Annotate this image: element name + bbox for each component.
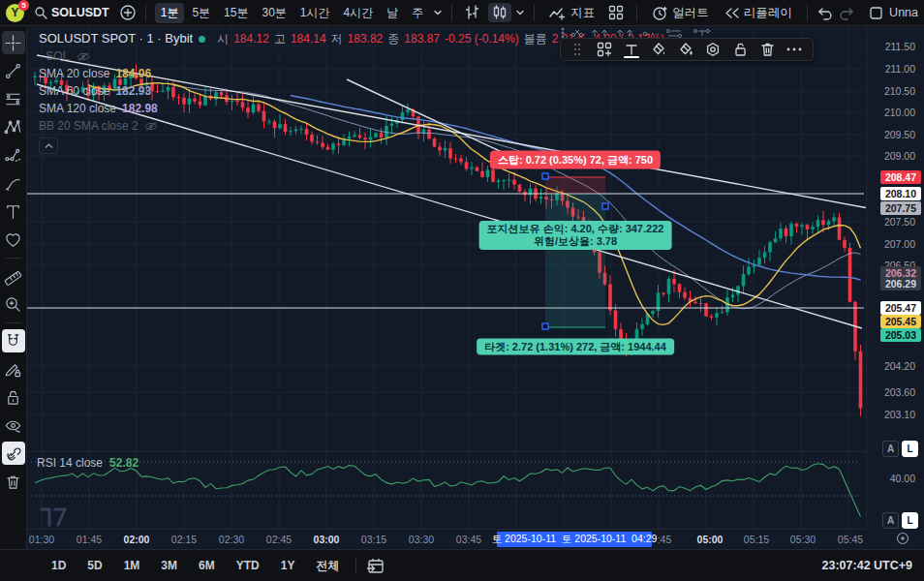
- position-info-label[interactable]: 포지션보유 손익: 4.20, 수량: 347.222 위험/보상율: 3.78: [479, 221, 672, 250]
- magnet-tool[interactable]: [2, 329, 25, 352]
- timeframe-주[interactable]: 주: [406, 3, 429, 23]
- layout-name[interactable]: Unna: [889, 6, 918, 19]
- timeframe-1시간[interactable]: 1시간: [294, 3, 336, 23]
- toolbar-divider: [636, 4, 637, 21]
- open-value: 184.12: [233, 30, 269, 47]
- timeframe-날[interactable]: 날: [381, 3, 404, 23]
- rsi-legend[interactable]: RSI 14 close 52.82: [37, 456, 139, 470]
- auto-scale-button[interactable]: A: [882, 441, 899, 457]
- replay-button[interactable]: 리플레이: [719, 3, 798, 23]
- clock-utc[interactable]: 23:07:42 UTC+9: [822, 559, 912, 572]
- log-scale-button[interactable]: L: [902, 512, 918, 529]
- timeframe-4시간[interactable]: 4시간: [338, 3, 380, 23]
- tradingview-watermark[interactable]: [39, 504, 68, 529]
- price-tick: 211.50: [885, 41, 915, 52]
- range-6M[interactable]: 6M: [192, 556, 222, 575]
- range-1Y[interactable]: 1Y: [274, 556, 302, 575]
- timeframe-30분[interactable]: 30분: [256, 3, 292, 23]
- timeframe-1분[interactable]: 1분: [155, 3, 185, 23]
- add-symbol-icon[interactable]: [119, 4, 137, 21]
- range-1M[interactable]: 1M: [117, 556, 147, 575]
- indicator-row[interactable]: SMA 120 close182.98: [39, 100, 664, 117]
- indicator-row[interactable]: BB 20 SMA close 2: [39, 117, 664, 135]
- crosshair-tool[interactable]: [2, 31, 25, 54]
- elliott-icons: [592, 30, 607, 37]
- stroke-color-button[interactable]: [675, 40, 696, 59]
- alert-label: 얼러트: [672, 5, 709, 21]
- more-options-button[interactable]: [784, 40, 805, 59]
- time-tick: 05:30: [790, 534, 816, 545]
- price-tick: 207.00: [884, 238, 915, 250]
- eye-off-icon[interactable]: [77, 51, 90, 62]
- alert-button[interactable]: 얼러트: [646, 3, 715, 23]
- price-badge-white: 208.10: [880, 187, 921, 200]
- bottom-toolbar: 1D5D1M3M6MYTD1Y전체 23:07:42 UTC+9: [0, 549, 924, 581]
- pattern-xabcd-tool[interactable]: [2, 115, 25, 138]
- settings-button[interactable]: [702, 40, 724, 59]
- chevron-down-icon[interactable]: [515, 8, 525, 17]
- time-axis[interactable]: 01:3001:4502:0002:1502:3002:4503:0003:15…: [27, 529, 866, 549]
- forecast-tool[interactable]: [2, 143, 25, 167]
- toolbar-divider: [145, 4, 146, 21]
- remove-drawings-tool[interactable]: [2, 470, 25, 493]
- legend-symbol-title: SOLUSDT SPOT · 1 · Bybit: [39, 30, 193, 47]
- pane-separator[interactable]: [27, 451, 866, 452]
- range-YTD[interactable]: YTD: [230, 556, 266, 575]
- price-axis[interactable]: 211.50211.00210.50210.00209.50209.00207.…: [866, 26, 924, 529]
- price-tick: 209.00: [884, 150, 915, 162]
- timeframe-5분[interactable]: 5분: [186, 3, 216, 23]
- range-3M[interactable]: 3M: [154, 556, 184, 575]
- take-profit-label[interactable]: 타겟: 2.72 (1.31%) 272, 금액: 1944.44: [477, 339, 674, 355]
- goto-date-icon[interactable]: [366, 558, 385, 574]
- layout-grid-button[interactable]: [604, 3, 628, 22]
- fib-tool[interactable]: [2, 87, 25, 110]
- log-scale-button[interactable]: L: [902, 441, 918, 457]
- brush-tool[interactable]: [2, 171, 25, 195]
- eye-off-icon[interactable]: [144, 121, 158, 132]
- stop-loss-label[interactable]: 스탑: 0.72 (0.35%) 72, 금액: 750: [490, 151, 661, 169]
- toolbar-divider: [807, 4, 808, 21]
- abc-icons: [617, 30, 632, 37]
- range-1D[interactable]: 1D: [45, 556, 73, 575]
- selected-date-range-badge[interactable]: 토 2025-10-11 토 2025-10-11 04:29: [497, 532, 652, 547]
- text-style-button[interactable]: [621, 40, 642, 59]
- range-전체[interactable]: 전체: [309, 555, 346, 577]
- legend-collapse-button[interactable]: [39, 138, 58, 154]
- redo-icon[interactable]: [838, 6, 855, 20]
- trendline-tool[interactable]: [2, 59, 25, 82]
- lock-all-tool[interactable]: [2, 385, 25, 409]
- text-tool[interactable]: [2, 199, 25, 223]
- timezone-settings-icon[interactable]: [896, 532, 909, 545]
- fill-color-button[interactable]: [648, 40, 669, 59]
- undo-icon[interactable]: [816, 6, 834, 20]
- timeframe-15분[interactable]: 15분: [218, 3, 254, 23]
- indicator-row[interactable]: SMA 20 close184.06: [39, 65, 664, 82]
- low-label: 저: [331, 30, 343, 47]
- drawing-mode-lock-tool[interactable]: [2, 357, 25, 381]
- hide-all-tool[interactable]: [2, 413, 25, 437]
- time-tick: 01:45: [77, 534, 102, 545]
- zoom-in-tool[interactable]: [2, 292, 25, 316]
- time-tick: 03:15: [361, 534, 386, 545]
- auto-scale-button[interactable]: A: [882, 512, 899, 529]
- symbol-search-button[interactable]: SOLUSDT: [28, 4, 115, 21]
- emoji-tool[interactable]: [2, 228, 25, 251]
- template-button[interactable]: [594, 40, 615, 59]
- sync-drawings-tool[interactable]: [2, 442, 25, 465]
- toolbar-drag-handle[interactable]: [567, 40, 588, 59]
- time-tick: 02:00: [124, 534, 150, 545]
- layout-save-icon[interactable]: [869, 6, 883, 20]
- range-5D[interactable]: 5D: [80, 556, 108, 575]
- channel-tool-icon: [666, 29, 681, 37]
- indicator-row[interactable]: SMA 60 close182.93: [39, 82, 664, 100]
- chevron-down-icon[interactable]: [433, 8, 443, 17]
- unlock-button[interactable]: [729, 40, 751, 59]
- measure-tool[interactable]: [2, 264, 25, 288]
- time-tick: 03:00: [314, 534, 340, 545]
- change-value: -0.25 (-0.14%): [445, 30, 519, 47]
- user-avatar[interactable]: Y 5: [6, 4, 24, 22]
- chart-style-candles-button[interactable]: [488, 3, 511, 22]
- delete-button[interactable]: [756, 40, 778, 59]
- indicators-button[interactable]: 지표: [543, 3, 601, 23]
- chart-style-bars-button[interactable]: [461, 3, 484, 22]
